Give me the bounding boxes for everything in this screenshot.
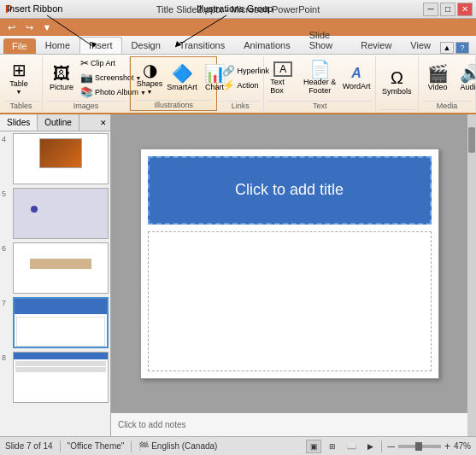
screenshot-icon: 📷 xyxy=(80,72,93,84)
slide-panel-tabs: Slides Outline ✕ xyxy=(0,114,110,131)
tab-slideshow[interactable]: Slide Show xyxy=(300,26,352,54)
theme-info: "Office Theme" xyxy=(68,441,125,451)
tab-slides[interactable]: Slides xyxy=(0,114,38,131)
tab-review[interactable]: Review xyxy=(351,37,401,54)
zoom-in-button[interactable]: + xyxy=(443,440,452,452)
qat-area: ↩ ↪ ▼ xyxy=(0,19,476,36)
textbox-button[interactable]: A Text Box xyxy=(267,60,298,96)
tab-animations[interactable]: Animations xyxy=(234,37,299,54)
table-button[interactable]: ⊞ Table ▼ xyxy=(3,60,34,96)
panel-close-button[interactable]: ✕ xyxy=(97,114,110,131)
help-button[interactable]: ? xyxy=(455,42,469,54)
tab-file[interactable]: File xyxy=(3,38,36,54)
wordart-icon: A xyxy=(351,66,361,81)
language-flag: 🏁 xyxy=(138,441,149,451)
tables-group-content: ⊞ Table ▼ xyxy=(3,56,38,99)
status-bar: Slide 7 of 14 "Office Theme" 🏁 English (… xyxy=(0,436,476,455)
content-scrollbar[interactable] xyxy=(467,114,476,436)
links-group-label: Links xyxy=(220,101,260,111)
zoom-slider-thumb xyxy=(415,442,422,451)
audio-button[interactable]: 🔊 Audio xyxy=(455,63,476,93)
slide-canvas: Click to add title xyxy=(140,149,439,379)
reading-view-button[interactable]: 📖 xyxy=(344,440,359,453)
slideshow-button[interactable]: ▶ xyxy=(362,440,378,453)
video-button[interactable]: 🎬 Video xyxy=(422,63,453,93)
header-footer-button[interactable]: 📄 Header & Footer xyxy=(300,59,339,97)
window-title: Title Slide2.pptx - Microsoft PowerPoint xyxy=(156,4,320,15)
shapes-icon: ◑ xyxy=(143,61,157,79)
slide-number-5: 5 xyxy=(2,188,10,198)
tab-design[interactable]: Design xyxy=(122,37,170,54)
language-info: 🏁 English (Canada) xyxy=(138,441,217,451)
action-button[interactable]: ⚡ Action xyxy=(220,79,271,92)
ribbon-group-links: 🔗 Hyperlink ⚡ Action Links xyxy=(217,56,264,111)
zoom-slider[interactable] xyxy=(398,445,441,448)
content-scrollbar-thumb xyxy=(468,127,475,153)
window-controls: ─ □ ✕ xyxy=(423,3,473,16)
header-footer-icon: 📄 xyxy=(309,61,331,78)
zoom-level[interactable]: 47% xyxy=(454,441,471,451)
slide-item-8[interactable]: 8 xyxy=(2,352,109,403)
illustrations-group-content: ◑ Shapes ▼ 🔷 SmartArt 📊 Chart xyxy=(134,57,213,98)
slide-canvas-wrapper: Click to add title xyxy=(111,114,467,412)
slide-item-6[interactable]: 6 xyxy=(2,242,109,294)
audio-icon: 🔊 xyxy=(460,65,476,82)
slide-panel: Slides Outline ✕ 4 5 6 xyxy=(0,114,111,436)
text-group-content: A Text Box 📄 Header & Footer A WordArt xyxy=(267,56,372,99)
links-group-content: 🔗 Hyperlink ⚡ Action xyxy=(220,56,260,99)
zoom-out-button[interactable]: ─ xyxy=(385,440,397,452)
symbols-button[interactable]: Ω Symbols xyxy=(379,67,414,97)
tab-view[interactable]: View xyxy=(401,37,440,54)
illustrations-group-label: Illustrations xyxy=(134,100,213,110)
notes-area[interactable]: Click to add notes xyxy=(111,412,467,436)
slide-8-line1 xyxy=(15,361,106,366)
slide-item-4[interactable]: 4 xyxy=(2,133,109,184)
slide-item-5[interactable]: 5 xyxy=(2,188,109,239)
tab-transitions[interactable]: Transitions xyxy=(170,37,234,54)
status-divider-2 xyxy=(131,440,132,452)
smartart-button[interactable]: 🔷 SmartArt xyxy=(167,63,197,93)
close-button[interactable]: ✕ xyxy=(457,3,473,16)
maximize-button[interactable]: □ xyxy=(440,3,455,16)
tab-home[interactable]: Home xyxy=(36,37,79,54)
slide-thumb-6 xyxy=(13,242,109,294)
status-divider-1 xyxy=(60,440,61,452)
slide-8-line2 xyxy=(15,367,106,372)
slide-4-image xyxy=(39,138,82,168)
ribbon-group-symbols: Ω Symbols xyxy=(376,56,419,111)
symbols-group-content: Ω Symbols xyxy=(379,56,414,108)
redo-button[interactable]: ↪ xyxy=(21,20,37,34)
slide-thumb-8 xyxy=(13,352,109,403)
photo-album-icon: 📚 xyxy=(80,86,93,98)
slide-thumb-4 xyxy=(13,133,109,184)
tab-insert[interactable]: Insert xyxy=(79,37,122,54)
slide-sorter-button[interactable]: ⊞ xyxy=(325,440,340,453)
app-icon: P xyxy=(3,3,13,15)
slide-7-title xyxy=(15,299,107,314)
slide-title-area[interactable]: Click to add title xyxy=(148,156,432,225)
hyperlink-button[interactable]: 🔗 Hyperlink xyxy=(220,64,271,78)
slide-content-area[interactable] xyxy=(148,231,432,371)
quick-access-toolbar: ↩ ↪ ▼ xyxy=(0,19,476,36)
slide-item-7[interactable]: 7 xyxy=(2,297,109,348)
clip-art-icon: ✂ xyxy=(80,57,89,69)
minimize-button[interactable]: ─ xyxy=(423,3,438,16)
picture-button[interactable]: 🖼 Picture xyxy=(46,63,77,93)
status-right: ▣ ⊞ 📖 ▶ ─ + 47% xyxy=(306,440,471,453)
normal-view-button[interactable]: ▣ xyxy=(306,440,321,453)
slide-title-placeholder: Click to add title xyxy=(235,181,344,199)
video-icon: 🎬 xyxy=(427,65,449,82)
media-group-label: Media xyxy=(422,101,472,111)
ribbon-group-media: 🎬 Video 🔊 Audio Media xyxy=(419,56,476,111)
ribbon-group-illustrations: ◑ Shapes ▼ 🔷 SmartArt 📊 Chart Illustrati… xyxy=(130,56,217,111)
ribbon-group-text: A Text Box 📄 Header & Footer A WordArt T… xyxy=(264,56,376,111)
qat-dropdown[interactable]: ▼ xyxy=(39,20,55,34)
slide-thumb-5 xyxy=(13,188,109,239)
slide-number-8: 8 xyxy=(2,352,10,362)
undo-button[interactable]: ↩ xyxy=(3,20,19,34)
tab-outline[interactable]: Outline xyxy=(38,114,79,131)
shapes-button[interactable]: ◑ Shapes ▼ xyxy=(134,60,165,96)
wordart-button[interactable]: A WordArt xyxy=(341,64,372,92)
ribbon-collapse-button[interactable]: ▲ xyxy=(440,42,454,54)
smartart-icon: 🔷 xyxy=(172,65,193,82)
